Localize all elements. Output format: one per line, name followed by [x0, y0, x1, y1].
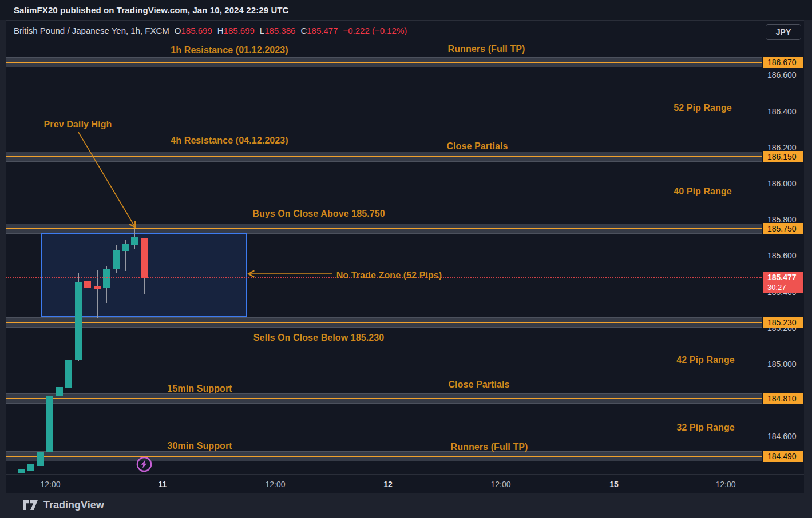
- candle-body: [103, 269, 110, 288]
- candle-body: [141, 238, 148, 278]
- price-axis-label: 186.000: [767, 179, 797, 188]
- candle-body: [84, 281, 91, 288]
- axis-corner: [762, 474, 804, 493]
- annotation-text: Runners (Full TP): [447, 44, 525, 54]
- ohlc-close: C185.477: [300, 26, 338, 35]
- price-level-badge: 186.670: [763, 57, 803, 68]
- time-axis-label: 12:00: [265, 480, 285, 489]
- time-axis-label: 11: [159, 480, 167, 489]
- candle-body: [65, 360, 72, 388]
- annotation-text: Sells On Close Below 185.230: [253, 333, 385, 343]
- price-axis-label: 186.600: [767, 70, 797, 79]
- footer-bar: TradingView: [0, 493, 812, 518]
- candle-body: [46, 396, 53, 452]
- key-level-line: [6, 228, 762, 229]
- price-axis-label: 184.600: [767, 432, 797, 441]
- key-level-line: [6, 62, 762, 63]
- candle-body: [75, 282, 82, 360]
- annotation-text: 15min Support: [167, 384, 232, 394]
- annotation-text: 32 Pip Range: [676, 423, 735, 433]
- annotation-text: 40 Pip Range: [674, 186, 732, 197]
- candle-body: [27, 464, 34, 471]
- time-axis-label: 15: [609, 480, 619, 489]
- chart-plot-area[interactable]: British Pound / Japanese Yen, 1h, FXCM O…: [6, 21, 762, 474]
- chart-widget: British Pound / Japanese Yen, 1h, FXCM O…: [6, 20, 804, 493]
- price-change: −0.222 (−0.12%): [343, 26, 407, 35]
- bar-countdown: 30:27: [767, 283, 803, 292]
- time-axis[interactable]: 12:001112:001212:001512:00: [6, 474, 762, 493]
- annotation-text: Close Partials: [446, 141, 508, 152]
- annotation-text: No Trade Zone (52 Pips): [336, 270, 442, 281]
- ohlc-open: O185.699: [175, 26, 212, 35]
- price-level-badge: 184.810: [763, 393, 803, 404]
- price-level-badge: 185.750: [763, 223, 803, 234]
- price-axis-label: 185.000: [767, 360, 797, 369]
- ohlc-high: H185.699: [217, 26, 255, 35]
- annotation-text: Runners (Full TP): [450, 442, 528, 452]
- price-level-badge: 185.230: [763, 317, 803, 328]
- symbol-title: British Pound / Japanese Yen, 1h, FXCM: [14, 26, 169, 35]
- price-axis-label: 185.600: [767, 251, 797, 260]
- price-axis[interactable]: JPY 186.600186.400186.200186.000185.8001…: [762, 21, 804, 474]
- publish-info-bar: SalimFX20 published on TradingView.com, …: [0, 0, 812, 20]
- tradingview-brand[interactable]: TradingView: [23, 499, 104, 511]
- lightning-icon: [136, 456, 153, 473]
- annotation-text: Prev Daily High: [44, 119, 112, 130]
- candle-body: [94, 286, 101, 289]
- idea-marker[interactable]: [136, 456, 153, 473]
- tradingview-brand-label: TradingView: [43, 499, 104, 511]
- annotation-arrow: [78, 132, 135, 227]
- annotation-text: 1h Resistance (01.12.2023): [171, 45, 288, 55]
- last-price-value: 185.477: [767, 272, 803, 283]
- annotation-text: Close Partials: [448, 380, 509, 390]
- price-level-badge: 184.490: [763, 451, 803, 462]
- key-level-line: [6, 156, 762, 157]
- key-level-line: [6, 398, 762, 399]
- symbol-legend: British Pound / Japanese Yen, 1h, FXCM O…: [14, 26, 407, 35]
- tradingview-logo-icon: [23, 499, 38, 511]
- candle-body: [122, 244, 129, 251]
- currency-toggle-button[interactable]: JPY: [766, 24, 801, 40]
- candle-body: [18, 469, 25, 473]
- price-level-badge: 186.150: [763, 151, 803, 162]
- time-axis-label: 12: [383, 480, 393, 489]
- key-level-line: [6, 322, 762, 323]
- time-axis-label: 12:00: [40, 480, 60, 489]
- price-axis-label: 186.400: [767, 107, 797, 116]
- annotation-text: Buys On Close Above 185.750: [252, 209, 385, 219]
- candle-body: [131, 237, 138, 245]
- last-price-badge: 185.47730:27: [763, 272, 803, 293]
- annotation-text: 42 Pip Range: [676, 355, 735, 365]
- annotation-text: 52 Pip Range: [674, 103, 732, 113]
- candle-body: [37, 452, 44, 466]
- candle-body: [56, 387, 63, 396]
- ohlc-low: L185.386: [260, 26, 296, 35]
- key-level-line: [6, 456, 762, 457]
- annotation-text: 4h Resistance (04.12.2023): [171, 136, 288, 146]
- candle-body: [113, 250, 120, 269]
- time-axis-label: 12:00: [715, 480, 735, 489]
- time-axis-label: 12:00: [490, 480, 510, 489]
- annotation-text: 30min Support: [167, 441, 232, 451]
